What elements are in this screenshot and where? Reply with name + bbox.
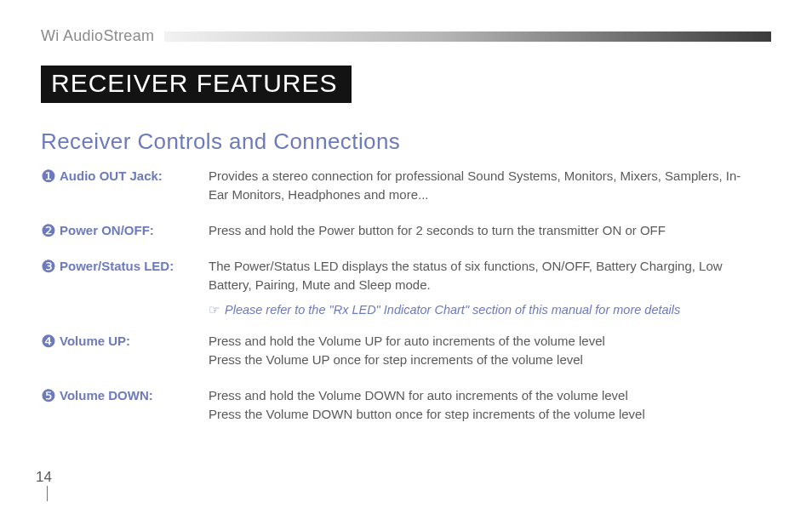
description-line: The Power/Status LED displays the status… [209, 257, 746, 294]
header-gradient-rule [164, 31, 771, 42]
list-item: ❸ Power/Status LED: The Power/Status LED… [41, 257, 771, 294]
running-head-text: Wi AudioStream [41, 27, 154, 45]
description-line: Press the Volume UP once for step increm… [209, 351, 746, 369]
feature-label: Power/Status LED: [60, 257, 209, 276]
list-item: ❹ Volume UP: Press and hold the Volume U… [41, 332, 771, 369]
page: Wi AudioStream RECEIVER FEATURES Receive… [0, 0, 812, 508]
list-item: ❶ Audio OUT Jack: Provides a stereo conn… [41, 167, 771, 204]
feature-label: Volume UP: [60, 332, 209, 351]
feature-description: Provides a stereo connection for profess… [209, 167, 771, 204]
description-line: Press and hold the Power button for 2 se… [209, 221, 746, 240]
feature-description: Press and hold the Volume UP for auto in… [209, 332, 771, 369]
circled-number-icon: ❷ [41, 221, 60, 239]
feature-label: Volume DOWN: [60, 386, 209, 405]
feature-label: Audio OUT Jack: [60, 167, 209, 186]
description-line: Press and hold the Volume UP for auto in… [209, 332, 746, 351]
list-item: ❷ Power ON/OFF: Press and hold the Power… [41, 221, 771, 240]
page-number-tick [47, 486, 48, 501]
section-title-banner: RECEIVER FEATURES [41, 66, 352, 103]
description-line: Press the Volume DOWN button once for st… [209, 405, 746, 424]
note-text: Please refer to the "Rx LED" Indicator C… [225, 303, 680, 317]
note-row: ☞Please refer to the "Rx LED" Indicator … [41, 301, 771, 318]
feature-description: Press and hold the Power button for 2 se… [209, 221, 771, 240]
page-number: 14 [36, 469, 52, 486]
reference-note: ☞Please refer to the "Rx LED" Indicator … [209, 301, 771, 318]
running-head: Wi AudioStream [41, 27, 771, 45]
circled-number-icon: ❺ [41, 386, 60, 404]
circled-number-icon: ❹ [41, 332, 60, 350]
circled-number-icon: ❸ [41, 257, 60, 275]
feature-description: The Power/Status LED displays the status… [209, 257, 771, 294]
list-item: ❺ Volume DOWN: Press and hold the Volume… [41, 386, 771, 424]
feature-label: Power ON/OFF: [60, 221, 209, 240]
feature-description: Press and hold the Volume DOWN for auto … [209, 386, 771, 424]
feature-list: ❶ Audio OUT Jack: Provides a stereo conn… [41, 167, 771, 424]
pointing-hand-icon: ☞ [209, 301, 220, 318]
description-line: Provides a stereo connection for profess… [209, 167, 746, 204]
subheading: Receiver Controls and Connections [41, 128, 771, 155]
circled-number-icon: ❶ [41, 167, 60, 185]
description-line: Press and hold the Volume DOWN for auto … [209, 386, 746, 405]
